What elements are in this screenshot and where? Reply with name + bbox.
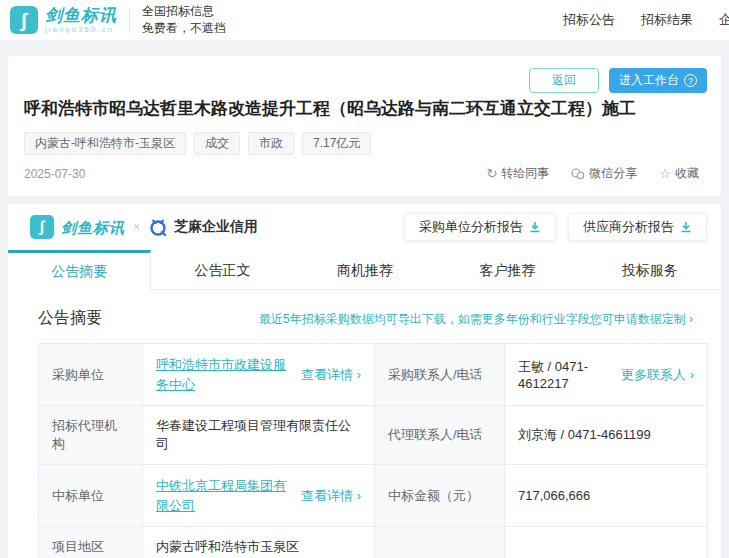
workbench-button-label: 进入工作台 [619, 72, 679, 89]
agency-contact-value: 刘京海 / 0471-4661199 [505, 406, 708, 465]
zhima-logo-icon [148, 217, 168, 237]
notice-date: 2025-07-30 [24, 167, 85, 181]
winner-view-details-link[interactable]: 查看详情 › [301, 487, 361, 505]
back-button[interactable]: 返回 [529, 68, 599, 93]
empty-label-cell [375, 527, 505, 558]
top-header: ∫ 剑鱼标讯 jianyu360.cn 全国招标信息 免费看，不遮挡 招标公告 … [0, 0, 729, 40]
tag-row: 内蒙古-呼和浩特市-玉泉区 成交 市政 7.17亿元 [24, 132, 705, 155]
notice-title: 呼和浩特市昭乌达哲里木路改造提升工程（昭乌达路与南二环互通立交工程）施工 [24, 98, 705, 120]
jianyu-logo-icon: ∫ [30, 215, 54, 239]
partner-brand: 芝麻企业信用 [148, 217, 258, 237]
jianyu-logo-icon: ∫ [10, 6, 38, 34]
winner-link[interactable]: 中铁北京工程局集团有限公司 [156, 476, 293, 515]
summary-heading: 公告摘要 [38, 308, 102, 329]
download-icon [529, 221, 541, 233]
notice-actions: ↻ 转给同事 微信分享 ☆ 收藏 [486, 165, 699, 182]
purchaser-report-label: 采购单位分析报告 [419, 218, 523, 236]
detail-card: ∫ 剑鱼标讯 × 芝麻企业信用 采购单位分析报告 供应商分析报告 [8, 204, 721, 558]
header-divider [129, 8, 130, 32]
forward-icon: ↻ [486, 167, 497, 180]
meta-row: 2025-07-30 ↻ 转给同事 微信分享 ☆ 收藏 [24, 165, 705, 182]
table-row-winner: 中标单位 中铁北京工程局集团有限公司 查看详情 › 中标金额（元） 717,06… [39, 465, 708, 527]
purchaser-label: 采购单位 [39, 344, 143, 406]
forward-label: 转给同事 [501, 165, 549, 182]
jianyu-logo[interactable]: ∫ 剑鱼标讯 jianyu360.cn [10, 6, 117, 34]
table-row-region: 项目地区 内蒙古呼和浩特市玉泉区 [39, 527, 708, 558]
tag-amount: 7.17亿元 [302, 132, 371, 155]
wechat-label: 微信分享 [589, 165, 637, 182]
top-nav: 招标公告 招标结果 企 [563, 11, 729, 29]
purchaser-view-details-link[interactable]: 查看详情 › [301, 366, 361, 384]
empty-value-cell [505, 527, 708, 558]
winning-amount-value: 717,066,666 [505, 465, 708, 527]
forward-to-colleague-link[interactable]: ↻ 转给同事 [486, 165, 549, 182]
table-row-purchaser: 采购单位 呼和浩特市市政建设服务中心 查看详情 › 采购联系人/电话 王敏 / … [39, 344, 708, 406]
tab-announcement-summary[interactable]: 公告摘要 [8, 250, 151, 290]
purchase-contact-label: 采购联系人/电话 [375, 344, 505, 406]
tab-bidding-services[interactable]: 投标服务 [579, 250, 721, 289]
tab-business-recommendation[interactable]: 商机推荐 [294, 250, 436, 289]
summary-content: 公告摘要 最近5年招标采购数据均可导出下载，如需更多年份和行业字段您可申请数据定… [8, 290, 721, 558]
agency-contact-label: 代理联系人/电话 [375, 406, 505, 465]
brand-name: 剑鱼标讯 [45, 7, 117, 24]
purchase-contact-cell: 王敏 / 0471-4612217 更多联系人 › [505, 344, 708, 406]
purchase-contact-value: 王敏 / 0471-4612217 [518, 358, 613, 391]
header-slogan: 全国招标信息 免费看，不遮挡 [142, 3, 226, 38]
project-region-value: 内蒙古呼和浩特市玉泉区 [143, 527, 375, 558]
more-contacts-link[interactable]: 更多联系人 › [621, 366, 694, 384]
supplier-report-label: 供应商分析报告 [583, 218, 674, 236]
favorite-link[interactable]: ☆ 收藏 [659, 165, 699, 182]
agency-value: 华春建设工程项目管理有限责任公司 [143, 406, 375, 465]
slogan-line-2: 免费看，不遮挡 [142, 20, 226, 37]
table-row-agency: 招标代理机构 华春建设工程项目管理有限责任公司 代理联系人/电话 刘京海 / 0… [39, 406, 708, 465]
help-icon: ? [684, 74, 697, 87]
nav-item-tender-results[interactable]: 招标结果 [641, 11, 693, 29]
tag-industry: 市政 [248, 132, 294, 155]
wechat-share-link[interactable]: 微信分享 [571, 165, 637, 182]
star-icon: ☆ [659, 167, 671, 180]
project-region-label: 项目地区 [39, 527, 143, 558]
purchaser-value-cell: 呼和浩特市市政建设服务中心 查看详情 › [143, 344, 375, 406]
data-export-link[interactable]: 最近5年招标采购数据均可导出下载，如需更多年份和行业字段您可申请数据定制 › [259, 311, 693, 328]
tab-customer-recommendation[interactable]: 客户推荐 [436, 250, 578, 289]
tab-bar: 公告摘要 公告正文 商机推荐 客户推荐 投标服务 [8, 250, 721, 290]
detail-card-header: ∫ 剑鱼标讯 × 芝麻企业信用 采购单位分析报告 供应商分析报告 [8, 204, 721, 250]
winner-label: 中标单位 [39, 465, 143, 527]
tag-status: 成交 [194, 132, 240, 155]
jianyu-logo-small: ∫ 剑鱼标讯 [30, 215, 125, 239]
download-icon [680, 221, 692, 233]
supplier-analysis-report-button[interactable]: 供应商分析报告 [568, 213, 707, 241]
workbench-button[interactable]: 进入工作台 ? [609, 68, 707, 93]
nav-item-tender-announcement[interactable]: 招标公告 [563, 11, 615, 29]
winning-amount-label: 中标金额（元） [375, 465, 505, 527]
favorite-label: 收藏 [675, 165, 699, 182]
partner-brand-name: 芝麻企业信用 [174, 218, 258, 236]
winner-value-cell: 中铁北京工程局集团有限公司 查看详情 › [143, 465, 375, 527]
wechat-icon [571, 168, 585, 180]
notice-buttons: 返回 进入工作台 ? [529, 68, 707, 93]
slogan-line-1: 全国招标信息 [142, 3, 226, 20]
report-buttons: 采购单位分析报告 供应商分析报告 [404, 213, 707, 241]
tab-announcement-body[interactable]: 公告正文 [151, 250, 293, 289]
tag-region: 内蒙古-呼和浩特市-玉泉区 [24, 132, 186, 155]
brand-domain: jianyu360.cn [45, 26, 117, 34]
purchaser-analysis-report-button[interactable]: 采购单位分析报告 [404, 213, 556, 241]
brand-name: 剑鱼标讯 [61, 220, 125, 235]
nav-item-clipped[interactable]: 企 [719, 11, 729, 29]
purchaser-link[interactable]: 呼和浩特市市政建设服务中心 [156, 355, 293, 394]
notice-card: 返回 进入工作台 ? 呼和浩特市昭乌达哲里木路改造提升工程（昭乌达路与南二环互通… [8, 56, 721, 196]
summary-head: 公告摘要 最近5年招标采购数据均可导出下载，如需更多年份和行业字段您可申请数据定… [38, 308, 693, 329]
multiply-sign: × [133, 220, 140, 234]
agency-label: 招标代理机构 [39, 406, 143, 465]
summary-table: 采购单位 呼和浩特市市政建设服务中心 查看详情 › 采购联系人/电话 王敏 / … [38, 343, 708, 558]
